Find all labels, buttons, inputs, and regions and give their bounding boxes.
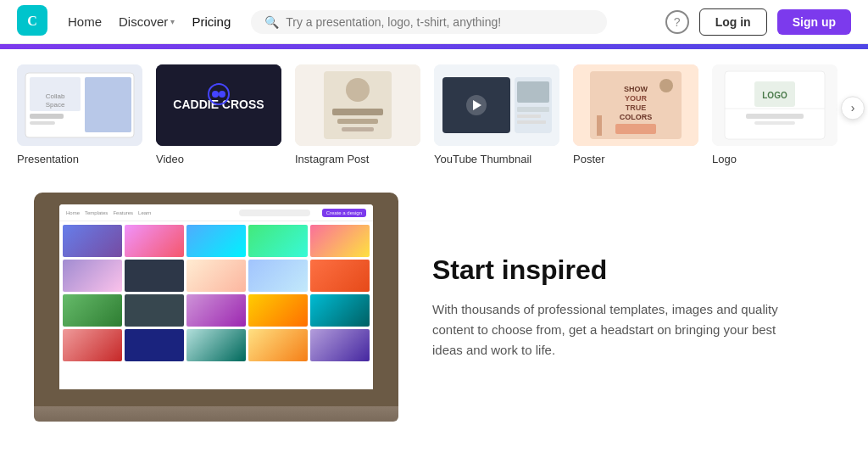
svg-rect-29 bbox=[517, 120, 546, 124]
logo[interactable]: C bbox=[17, 5, 47, 39]
laptop-screen: Home Templates Features Learn Create a d… bbox=[59, 204, 373, 389]
svg-rect-26 bbox=[517, 81, 549, 103]
mockup-tile bbox=[310, 294, 370, 327]
inspiration-title: Start inspired bbox=[432, 254, 834, 286]
svg-point-17 bbox=[346, 78, 370, 102]
mockup-tile bbox=[310, 260, 370, 292]
nav-right: ? Log in Sign up bbox=[665, 8, 851, 36]
mockup-tile bbox=[125, 225, 184, 257]
svg-point-14 bbox=[219, 91, 225, 98]
mockup-tile bbox=[63, 294, 122, 327]
chevron-down-icon: ▾ bbox=[170, 17, 175, 26]
svg-text:COLORS: COLORS bbox=[620, 113, 653, 121]
svg-rect-44 bbox=[754, 121, 795, 125]
svg-rect-36 bbox=[615, 124, 656, 134]
category-youtube[interactable]: YouTube Thumbnail bbox=[434, 64, 559, 165]
mockup-tile bbox=[248, 260, 308, 292]
main-content: Home Templates Features Learn Create a d… bbox=[0, 176, 868, 439]
mockup-tile bbox=[186, 329, 246, 361]
mockup-tile bbox=[186, 260, 246, 292]
svg-rect-18 bbox=[332, 109, 383, 115]
category-presentation[interactable]: Collab Space Presentation bbox=[17, 64, 142, 165]
svg-text:TRUE: TRUE bbox=[626, 103, 647, 112]
search-input[interactable] bbox=[286, 15, 593, 29]
category-poster[interactable]: SHOW YOUR TRUE COLORS Poster bbox=[573, 64, 698, 165]
svg-text:Collab: Collab bbox=[46, 92, 65, 100]
mockup-tile bbox=[248, 329, 308, 361]
category-presentation-label: Presentation bbox=[17, 153, 79, 165]
laptop-mockup: Home Templates Features Learn Create a d… bbox=[34, 193, 398, 422]
svg-rect-6 bbox=[30, 121, 55, 125]
mockup-tile bbox=[63, 329, 122, 361]
svg-text:Space: Space bbox=[46, 101, 65, 109]
category-video[interactable]: CADDIE CROSS Video bbox=[156, 64, 281, 165]
categories-section: Collab Space Presentation CADDIE CROSS V… bbox=[0, 49, 868, 176]
category-video-label: Video bbox=[156, 153, 184, 165]
search-bar[interactable]: 🔍 bbox=[251, 10, 607, 34]
navbar: C Home Discover ▾ Pricing 🔍 ? Log in Sig… bbox=[0, 0, 868, 44]
category-logo[interactable]: LOGO Logo bbox=[712, 64, 837, 165]
nav-discover[interactable]: Discover ▾ bbox=[119, 14, 175, 29]
svg-text:YOUR: YOUR bbox=[625, 94, 648, 103]
mockup-tile bbox=[63, 260, 122, 292]
mockup-tile bbox=[63, 225, 122, 257]
svg-rect-28 bbox=[517, 115, 541, 118]
category-logo-label: Logo bbox=[712, 153, 737, 165]
svg-text:C: C bbox=[27, 14, 37, 28]
category-instagram-label: Instagram Post bbox=[295, 153, 369, 165]
mockup-tile bbox=[186, 225, 246, 257]
mockup-tile bbox=[248, 225, 308, 257]
svg-text:LOGO: LOGO bbox=[762, 91, 787, 100]
svg-text:SHOW: SHOW bbox=[624, 85, 648, 93]
nav-home[interactable]: Home bbox=[68, 14, 102, 29]
nav-pricing[interactable]: Pricing bbox=[192, 14, 231, 29]
mockup-tile bbox=[310, 329, 370, 361]
svg-rect-27 bbox=[517, 107, 549, 112]
mockup-tile bbox=[125, 329, 184, 361]
category-instagram[interactable]: Instagram Post bbox=[295, 64, 420, 165]
help-button[interactable]: ? bbox=[665, 10, 689, 34]
categories-scroll: Collab Space Presentation CADDIE CROSS V… bbox=[17, 64, 851, 165]
inspiration-text-section: Start inspired With thousands of profess… bbox=[432, 254, 834, 360]
search-icon: 🔍 bbox=[264, 15, 279, 29]
laptop-keyboard bbox=[34, 406, 398, 422]
scroll-right-arrow[interactable]: › bbox=[841, 96, 865, 120]
mockup-tile bbox=[125, 294, 184, 327]
svg-rect-19 bbox=[337, 119, 378, 124]
category-youtube-label: YouTube Thumbnail bbox=[434, 153, 531, 165]
nav-links: Home Discover ▾ Pricing bbox=[68, 14, 231, 29]
mockup-tile bbox=[248, 294, 308, 327]
svg-rect-9 bbox=[85, 77, 131, 132]
svg-point-13 bbox=[212, 91, 219, 98]
mockup-tile bbox=[186, 294, 246, 327]
mockup-tile bbox=[310, 225, 370, 257]
inspiration-description: With thousands of professional templates… bbox=[432, 299, 805, 360]
svg-point-37 bbox=[659, 79, 673, 92]
mockup-template-grid bbox=[59, 221, 373, 365]
login-button[interactable]: Log in bbox=[699, 8, 767, 36]
mockup-tile bbox=[125, 260, 184, 292]
svg-rect-38 bbox=[597, 115, 602, 136]
svg-rect-5 bbox=[30, 114, 64, 119]
category-poster-label: Poster bbox=[573, 153, 605, 165]
mockup-navbar: Home Templates Features Learn Create a d… bbox=[59, 204, 373, 221]
signup-button[interactable]: Sign up bbox=[777, 9, 851, 35]
svg-rect-20 bbox=[342, 127, 374, 131]
svg-rect-43 bbox=[746, 114, 804, 119]
